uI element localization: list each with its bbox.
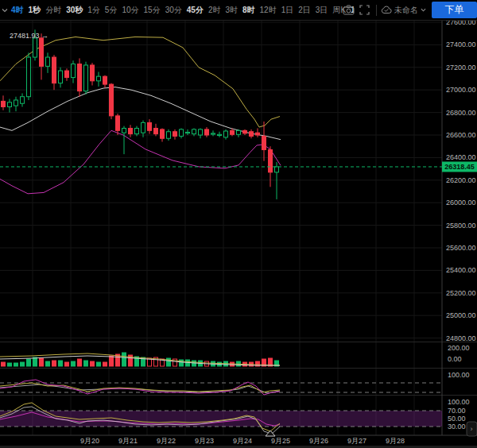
candle bbox=[52, 57, 56, 83]
candle bbox=[180, 129, 184, 137]
svg-text:70.00: 70.00 bbox=[448, 407, 466, 415]
candle bbox=[161, 129, 165, 138]
candle bbox=[275, 167, 279, 172]
candle bbox=[224, 131, 228, 137]
trading-chart-app: 26318.4527600.0027400.0027200.0027000.00… bbox=[0, 0, 477, 448]
svg-text:0.00: 0.00 bbox=[448, 355, 462, 363]
interval-3时[interactable]: 3时 bbox=[224, 0, 238, 20]
candle bbox=[72, 64, 76, 78]
svg-text:25000.00: 25000.00 bbox=[446, 311, 476, 319]
candle bbox=[269, 149, 273, 172]
candle bbox=[205, 129, 209, 135]
volume-bar bbox=[110, 356, 114, 366]
candle bbox=[8, 102, 12, 107]
volume-bar bbox=[46, 361, 50, 366]
candle bbox=[256, 133, 260, 135]
candle bbox=[46, 57, 50, 66]
chart-canvas[interactable]: 26318.4527600.0027400.0027200.0027000.00… bbox=[0, 0, 477, 448]
svg-text:50.00: 50.00 bbox=[448, 415, 466, 423]
candle bbox=[129, 128, 133, 133]
chevron-down-icon[interactable] bbox=[0, 7, 10, 14]
volume-bar bbox=[59, 361, 63, 366]
candle bbox=[33, 38, 37, 57]
svg-text:200.00: 200.00 bbox=[448, 344, 470, 352]
chart-toolbar: 4时1秒分时30秒1分5分10分15分30分45分2时3时8时12时1日2日3日… bbox=[0, 0, 477, 21]
candle bbox=[103, 76, 107, 84]
interval-8时[interactable]: 8时 bbox=[242, 0, 256, 20]
camera-icon[interactable] bbox=[340, 2, 356, 18]
interval-45分[interactable]: 45分 bbox=[186, 0, 204, 20]
current-price-value: 26318.45 bbox=[444, 163, 475, 171]
volume-bar bbox=[27, 359, 31, 366]
svg-text:25200.00: 25200.00 bbox=[446, 289, 476, 297]
svg-text:9月26: 9月26 bbox=[309, 437, 328, 445]
candle bbox=[97, 76, 101, 81]
svg-text:27200.00: 27200.00 bbox=[446, 64, 476, 71]
candle bbox=[21, 97, 25, 104]
candle bbox=[59, 71, 63, 83]
candle bbox=[231, 130, 235, 134]
candle bbox=[2, 101, 6, 106]
interval-1日[interactable]: 1日 bbox=[281, 0, 295, 20]
interval-1分[interactable]: 1分 bbox=[87, 0, 101, 20]
pane-collapse-arrow: › bbox=[471, 425, 473, 433]
interval-4时[interactable]: 4时 bbox=[10, 0, 25, 20]
volume-bar bbox=[72, 361, 76, 366]
interval-12时[interactable]: 12时 bbox=[259, 0, 277, 20]
rsi-band bbox=[0, 411, 442, 427]
svg-text:9月21: 9月21 bbox=[118, 437, 138, 445]
svg-text:27400.00: 27400.00 bbox=[446, 41, 476, 48]
time-axis[interactable]: 9月209月219月229月239月249月259月269月279月28 bbox=[80, 437, 405, 445]
svg-text:9月27: 9月27 bbox=[347, 437, 366, 445]
candle bbox=[237, 130, 241, 134]
interval-2日[interactable]: 2日 bbox=[297, 0, 312, 20]
candle bbox=[211, 133, 215, 134]
layout-menu[interactable]: 未命名 bbox=[381, 5, 426, 16]
interval-3日[interactable]: 3日 bbox=[315, 0, 329, 20]
volume-bar bbox=[33, 357, 37, 366]
chart-svg: 26318.4527600.0027400.0027200.0027000.00… bbox=[0, 0, 477, 448]
interval-1秒[interactable]: 1秒 bbox=[28, 0, 42, 20]
order-button[interactable]: 下单 bbox=[432, 2, 477, 18]
svg-text:100.00: 100.00 bbox=[448, 371, 470, 379]
svg-text:9月25: 9月25 bbox=[271, 437, 290, 445]
svg-text:9月23: 9月23 bbox=[195, 437, 214, 445]
volume-bar bbox=[97, 362, 101, 366]
svg-text:100.00: 100.00 bbox=[448, 398, 470, 406]
interval-15分[interactable]: 15分 bbox=[143, 0, 161, 20]
toolbar-right-group: 未命名 下单 bbox=[340, 0, 477, 20]
volume-bar bbox=[14, 363, 18, 366]
interval-10分[interactable]: 10分 bbox=[121, 0, 139, 20]
candle bbox=[14, 100, 18, 106]
candle bbox=[148, 122, 152, 130]
candle bbox=[78, 64, 82, 91]
candle bbox=[91, 65, 95, 81]
candle bbox=[192, 129, 196, 134]
svg-text:26000.00: 26000.00 bbox=[446, 199, 476, 207]
interval-2时[interactable]: 2时 bbox=[207, 0, 222, 20]
candle bbox=[218, 134, 222, 135]
volume-bar bbox=[103, 362, 107, 366]
svg-text:26400.00: 26400.00 bbox=[446, 153, 476, 161]
svg-text:25800.00: 25800.00 bbox=[446, 222, 476, 230]
candle bbox=[116, 116, 120, 130]
interval-30秒[interactable]: 30秒 bbox=[65, 0, 83, 20]
interval-5分[interactable]: 5分 bbox=[104, 0, 118, 20]
fullscreen-icon[interactable] bbox=[356, 2, 372, 18]
candle bbox=[262, 136, 266, 149]
candle bbox=[135, 128, 139, 133]
svg-text:26200.00: 26200.00 bbox=[446, 176, 476, 184]
svg-text:25400.00: 25400.00 bbox=[446, 266, 476, 274]
svg-text:9月28: 9月28 bbox=[386, 437, 405, 445]
interval-分时[interactable]: 分时 bbox=[45, 0, 62, 20]
volume-bar bbox=[52, 361, 56, 366]
svg-text:30.00: 30.00 bbox=[448, 423, 466, 431]
candle bbox=[84, 65, 88, 91]
volume-bar bbox=[167, 358, 171, 366]
candle bbox=[199, 129, 203, 135]
interval-30分[interactable]: 30分 bbox=[165, 0, 183, 20]
volume-bar bbox=[21, 362, 25, 366]
cloud-icon bbox=[381, 6, 392, 14]
svg-text:25600.00: 25600.00 bbox=[446, 244, 476, 252]
svg-text:9月22: 9月22 bbox=[157, 437, 176, 445]
